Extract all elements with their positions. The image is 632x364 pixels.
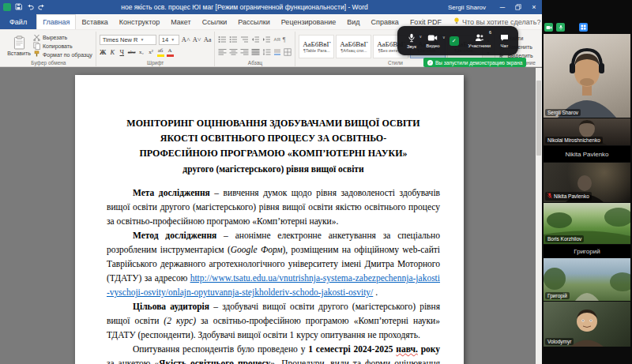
font-color-button[interactable]: А — [167, 48, 174, 57]
mic-on-icon[interactable] — [556, 23, 565, 32]
lightbulb-icon — [453, 17, 460, 26]
paragraph: Мета дослідження – вивчення думок щодо р… — [107, 186, 440, 228]
italic-button[interactable]: К — [109, 48, 116, 57]
chevron-up-icon[interactable]: ∨ — [419, 34, 423, 39]
window-controls: ─ × — [495, 0, 542, 14]
align-left-icon[interactable] — [218, 45, 227, 59]
screen-share-banner: ✓ Вы запустили демонстрацию экрана — [423, 58, 526, 67]
participant-tile[interactable]: Nikita Pavlenko — [544, 146, 630, 162]
format-painter-button[interactable]: Формат по образцу — [33, 51, 92, 58]
participant-tile[interactable]: Nikolai Miroshnichenko — [544, 118, 630, 145]
zoom-participants-panel: Sergii Sharov Nikolai Miroshnichenko Nik… — [542, 0, 632, 364]
text-run: за анкетою « — [107, 358, 159, 364]
document-title: МОНІТОРИНГ ОЦІНЮВАННЯ ЗДОБУВАЧАМИ ВИЩОЇ … — [107, 116, 440, 161]
participant-name-tag: Nikita Pavlenko — [545, 192, 592, 201]
camera-icon — [427, 34, 438, 43]
zoom-security-button[interactable]: ✓ — [450, 36, 459, 46]
paste-button[interactable]: Вставить — [5, 32, 33, 58]
tab-layout[interactable]: Макет — [165, 14, 196, 29]
participant-name-tag: Sergii Sharov — [545, 109, 581, 116]
tab-file[interactable]: Файл — [0, 14, 36, 29]
participant-name-tag: Григорій — [545, 292, 570, 299]
save-icon[interactable] — [15, 3, 22, 12]
undo-icon[interactable] — [26, 3, 34, 12]
shading-icon[interactable] — [273, 45, 281, 59]
text-run: Google Форм — [231, 245, 283, 254]
video-on-icon[interactable] — [544, 23, 553, 32]
bold-button[interactable]: Ж — [100, 48, 107, 57]
cut-button[interactable]: Вырезать — [33, 34, 92, 41]
redo-icon[interactable] — [38, 3, 46, 12]
document-page[interactable]: МОНІТОРИНГ ОЦІНЮВАННЯ ЗДОБУВАЧАМИ ВИЩОЇ … — [75, 75, 464, 364]
zoom-panel-controls — [542, 0, 632, 34]
document-subtitle: другого (магістерського) рівня вищої осв… — [107, 162, 440, 177]
zoom-meeting-toolbar: ∨ Звук ∨ Видео ✓ 6 Участники Чат — [397, 26, 518, 55]
gallery-view-icon[interactable] — [579, 23, 588, 32]
chevron-up-icon[interactable]: ∨ — [442, 35, 446, 39]
justify-icon[interactable] — [251, 45, 260, 59]
participant-name-tag: Boris Korzhilov — [545, 235, 584, 242]
microphone-icon — [408, 33, 416, 43]
security-shield-icon: ✓ — [450, 36, 459, 46]
underline-button[interactable]: Ч — [118, 48, 126, 57]
align-center-icon[interactable] — [229, 45, 238, 59]
tab-help[interactable]: Справка — [366, 14, 404, 29]
copy-button[interactable]: Копировать — [33, 42, 92, 50]
line-spacing-icon[interactable] — [262, 45, 271, 59]
minimize-button[interactable]: ─ — [495, 0, 510, 14]
text-run: Мета дослідження — [133, 188, 210, 197]
document-area: МОНІТОРИНГ ОЦІНЮВАННЯ ЗДОБУВАЧАМИ ВИЩОЇ … — [0, 68, 542, 364]
change-case-button[interactable]: Аа — [204, 36, 212, 44]
participant-tile[interactable]: Григорий — [544, 245, 630, 257]
restore-button[interactable] — [510, 0, 526, 14]
text-run: року — [418, 344, 440, 354]
participant-name: Григорий — [574, 248, 600, 255]
font-size-combo[interactable]: 14▼ — [159, 35, 179, 45]
font-name-combo[interactable]: Times New R▼ — [100, 35, 156, 45]
participant-name: Григорій — [547, 293, 567, 298]
align-right-icon[interactable] — [240, 45, 249, 59]
zoom-video-button[interactable]: ∨ Видео — [426, 34, 440, 48]
sort-icon[interactable]: АЯ — [273, 37, 280, 42]
borders-icon[interactable] — [284, 45, 292, 59]
grow-font-button[interactable]: А˄ — [182, 36, 190, 44]
subscript-button[interactable]: x₂ — [138, 48, 145, 57]
copy-icon — [33, 42, 40, 50]
app-icon — [3, 3, 11, 11]
text-highlight-button[interactable]: аб — [157, 48, 164, 57]
participant-name-tag: Volodymyr — [545, 338, 574, 345]
participant-tile[interactable]: Volodymyr — [544, 302, 630, 347]
superscript-button[interactable]: x² — [148, 48, 155, 57]
participant-tile[interactable]: Boris Korzhilov — [544, 203, 630, 244]
close-button[interactable]: × — [526, 0, 542, 14]
tab-view[interactable]: Вид — [341, 14, 365, 29]
tab-home[interactable]: Главная — [36, 14, 76, 29]
group-paragraph: АЯ ¶ Абзац — [215, 32, 295, 66]
tab-insert[interactable]: Вставка — [76, 14, 113, 29]
pilcrow-icon[interactable]: ¶ — [283, 36, 286, 43]
paragraph: Метод дослідження – анонімне електронне … — [107, 228, 440, 299]
participant-tile[interactable]: Sergii Sharov — [544, 34, 630, 118]
participant-name: Volodymyr — [547, 339, 571, 344]
text-run: Опитування респондентів було проведено у — [133, 344, 308, 354]
participant-tile[interactable]: Григорій — [544, 258, 630, 301]
style-card[interactable]: АаБбВвГ ¶Абзац спи... — [336, 35, 371, 58]
tab-mailings[interactable]: Рассылки — [232, 14, 275, 29]
zoom-chat-button[interactable]: Чат — [500, 34, 509, 48]
window-title: ное якість осв. процес ЮІ маг [Режим огр… — [50, 3, 439, 11]
tab-review[interactable]: Рецензирование — [276, 14, 342, 29]
participant-tile[interactable]: Nikita Pavlenko — [544, 163, 630, 202]
participant-name: Nikita Pavlenko — [565, 151, 608, 158]
vertical-scrollbar[interactable] — [536, 68, 542, 364]
tab-references[interactable]: Ссылки — [197, 14, 233, 29]
shrink-font-button[interactable]: А˅ — [193, 36, 201, 44]
style-card[interactable]: АаБбВвГ ¶Table Para... — [299, 35, 334, 58]
text-run: навч. — [396, 344, 418, 354]
scrollbar-thumb[interactable] — [536, 81, 541, 156]
text-run: . — [373, 287, 378, 297]
zoom-participants-button[interactable]: 6 Участники — [468, 33, 491, 48]
tab-design[interactable]: Конструктор — [114, 14, 165, 29]
strikethrough-button[interactable]: abc — [128, 48, 136, 57]
signed-in-user[interactable]: Sergii Sharov — [448, 4, 486, 11]
zoom-audio-button[interactable]: ∨ Звук — [407, 33, 416, 49]
